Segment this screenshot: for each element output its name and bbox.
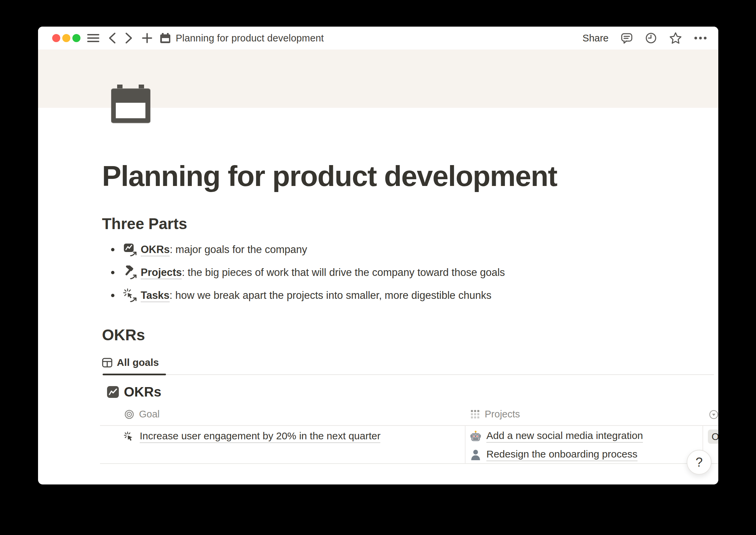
line-chart-link-icon [123, 243, 137, 257]
bullet-dot [111, 248, 114, 251]
history-clock-icon[interactable] [645, 32, 657, 44]
column-header-goal[interactable]: Goal [125, 409, 160, 420]
traffic-lights [52, 34, 80, 42]
column-divider[interactable] [465, 426, 466, 463]
column-header-goal-label: Goal [139, 409, 160, 420]
three-parts-heading: Three Parts [102, 215, 187, 233]
help-button-label: ? [695, 455, 702, 470]
forward-icon[interactable] [125, 32, 133, 44]
notion-window: Planning for product development Share [38, 27, 718, 484]
tasks-page-link[interactable]: Tasks [141, 289, 170, 302]
status-tag-label: O [712, 431, 718, 442]
page-calendar-icon[interactable] [111, 85, 150, 124]
favorite-star-icon[interactable] [669, 32, 682, 44]
status-tag[interactable]: O [708, 430, 718, 444]
list-item: Tasks: how we break apart the projects i… [102, 284, 505, 307]
target-icon [125, 410, 134, 419]
close-window-button[interactable] [52, 34, 60, 42]
robot-icon [470, 431, 481, 442]
table-row-project-cell: Redesign the onboarding process [470, 448, 638, 461]
comments-icon[interactable] [621, 32, 633, 44]
grid-icon [471, 410, 480, 419]
list-item-text: Tasks: how we break apart the projects i… [141, 289, 491, 302]
project-page-link[interactable]: Redesign the onboarding process [486, 448, 638, 461]
list-item-description: : the big pieces of work that will drive… [182, 266, 505, 278]
list-item-description: : how we break apart the projects into s… [170, 289, 491, 301]
database-title-row: OKRs [107, 384, 161, 400]
table-row-goal-cell: Increase user engagement by 20% in the n… [124, 430, 380, 443]
tab-divider-line [102, 374, 714, 375]
three-parts-list: OKRs: major goals for the company Projec… [102, 238, 505, 307]
share-button[interactable]: Share [583, 33, 609, 44]
new-page-icon[interactable] [142, 33, 152, 43]
okrs-heading: OKRs [102, 326, 145, 344]
column-header-projects[interactable]: Projects [471, 409, 520, 420]
hammer-link-icon [123, 265, 137, 280]
goal-page-link[interactable]: Increase user engagement by 20% in the n… [140, 430, 380, 443]
person-icon [470, 449, 481, 461]
more-options-icon[interactable] [694, 36, 707, 40]
list-item-text: OKRs: major goals for the company [141, 244, 307, 256]
sidebar-toggle-icon[interactable] [87, 33, 99, 43]
tab-all-goals[interactable]: All goals [102, 355, 159, 370]
column-header-projects-label: Projects [485, 409, 520, 420]
project-page-link[interactable]: Add a new social media integration [486, 430, 643, 443]
table-row-project-cell: Add a new social media integration [470, 430, 643, 443]
help-button[interactable]: ? [687, 450, 712, 475]
minimize-window-button[interactable] [62, 34, 70, 42]
table-header-divider [100, 425, 718, 426]
line-chart-icon [107, 386, 119, 398]
back-icon[interactable] [108, 32, 116, 44]
database-title[interactable]: OKRs [124, 384, 161, 400]
list-item-description: : major goals for the company [170, 244, 307, 255]
page-calendar-icon-small [160, 33, 171, 43]
table-row-divider [100, 463, 718, 464]
bullet-dot [111, 294, 114, 297]
cursor-click-link-icon [123, 288, 137, 303]
list-item: OKRs: major goals for the company [102, 238, 505, 261]
table-view-icon [102, 358, 112, 368]
list-item: Projects: the big pieces of work that wi… [102, 261, 505, 284]
zoom-window-button[interactable] [72, 34, 80, 42]
hide-column-chevron-icon[interactable] [709, 410, 718, 419]
titlebar-page-title: Planning for product development [176, 33, 324, 44]
projects-page-link[interactable]: Projects [141, 266, 182, 279]
page-title: Planning for product development [102, 159, 557, 193]
okrs-page-link[interactable]: OKRs [141, 244, 170, 256]
cursor-click-icon [124, 432, 134, 442]
list-item-text: Projects: the big pieces of work that wi… [141, 266, 505, 279]
tab-all-goals-label: All goals [117, 357, 159, 368]
bullet-dot [111, 271, 114, 274]
active-tab-underline [103, 374, 166, 375]
titlebar: Planning for product development Share [38, 27, 718, 50]
